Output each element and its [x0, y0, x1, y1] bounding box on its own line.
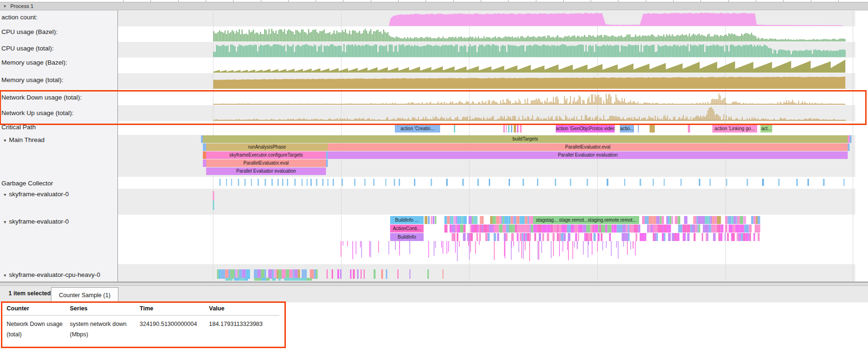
slice-rect[interactable]: [261, 269, 265, 279]
slice-rect[interactable]: [684, 233, 686, 241]
slice-rect[interactable]: [543, 225, 547, 233]
slice-dropline[interactable]: [447, 241, 448, 254]
slice-rect[interactable]: [460, 225, 463, 233]
slice-rect[interactable]: [690, 225, 692, 233]
slice-rect[interactable]: [305, 269, 307, 279]
slice-rect[interactable]: [638, 225, 640, 233]
slice-rect[interactable]: [658, 225, 662, 233]
gc-tick[interactable]: [537, 179, 538, 186]
slice-rect[interactable]: [713, 233, 716, 241]
counter-series-mem-bazel[interactable]: [213, 59, 845, 73]
collapse-triangle-icon[interactable]: ▾: [4, 138, 6, 143]
gc-tick[interactable]: [570, 179, 571, 186]
slice-rect[interactable]: [457, 216, 459, 224]
slice-dropline[interactable]: [455, 241, 456, 253]
gc-tick[interactable]: [640, 179, 641, 186]
slice-rect[interactable]: [542, 225, 543, 233]
slice-dropline[interactable]: [347, 241, 348, 246]
slice-rect[interactable]: [229, 278, 231, 281]
counter-series-mem-total[interactable]: [213, 76, 845, 89]
gc-tick[interactable]: [555, 179, 556, 186]
slice-rect[interactable]: [519, 216, 521, 224]
slice-rect[interactable]: [254, 278, 259, 281]
slice-rect[interactable]: [450, 216, 451, 224]
slice-rect[interactable]: [444, 225, 448, 233]
slice-rect[interactable]: [709, 216, 710, 224]
gc-tick[interactable]: [219, 179, 221, 186]
slice-rect[interactable]: [675, 233, 677, 241]
slice-rect[interactable]: [303, 278, 307, 281]
slice-rect[interactable]: [707, 233, 709, 241]
slice-rect[interactable]: [298, 269, 300, 279]
gc-tick[interactable]: [477, 179, 479, 186]
gc-tick[interactable]: [394, 179, 395, 186]
slice-rect[interactable]: [294, 269, 298, 279]
slice-rect[interactable]: [499, 225, 503, 233]
slice-rect[interactable]: [452, 225, 455, 233]
slice-rect[interactable]: [521, 216, 525, 224]
slice-rect[interactable]: [651, 225, 652, 233]
slice-rect[interactable]: [225, 269, 227, 279]
slice-rect[interactable]: [712, 216, 714, 224]
slice-rect[interactable]: [717, 225, 718, 233]
slice-rect[interactable]: [471, 225, 474, 233]
slice-rect[interactable]: [477, 225, 479, 233]
slice-rect[interactable]: [310, 269, 314, 279]
slice-dropline[interactable]: [562, 241, 563, 251]
slice-rect[interactable]: [525, 225, 529, 233]
slice-rect[interactable]: [527, 233, 530, 241]
slice-dropline[interactable]: [606, 241, 607, 248]
gc-tick[interactable]: [307, 179, 308, 186]
slice-rect[interactable]: [702, 233, 703, 241]
gc-tick[interactable]: [778, 179, 780, 186]
counter-series-cpu-total[interactable]: [213, 44, 845, 57]
gc-tick[interactable]: [265, 179, 266, 186]
gc-tick[interactable]: [271, 179, 273, 186]
slice-rect[interactable]: [259, 278, 261, 281]
slice-rect[interactable]: [591, 233, 593, 241]
slice-dropline[interactable]: [597, 241, 598, 251]
slice-rect[interactable]: [230, 269, 234, 279]
collapse-triangle-icon[interactable]: ▾: [4, 192, 6, 197]
slice-rect[interactable]: [717, 216, 721, 224]
slice-rect[interactable]: [228, 269, 230, 279]
slice-rect[interactable]: [664, 225, 667, 233]
slice-rect[interactable]: [646, 216, 649, 224]
slice-dropline[interactable]: [395, 241, 396, 250]
slice-rect[interactable]: [654, 233, 657, 241]
slice-rect[interactable]: [447, 216, 450, 224]
slice-rect[interactable]: [626, 225, 628, 233]
slice-rect[interactable]: [697, 225, 699, 233]
process-header[interactable]: ▾ Process 1: [0, 2, 868, 10]
slice-rect[interactable]: [695, 225, 697, 233]
slice-rect[interactable]: [750, 233, 751, 241]
slice-rect[interactable]: [266, 278, 270, 281]
slice-rect[interactable]: [456, 216, 457, 224]
slice-dropline[interactable]: [389, 241, 390, 254]
trace-chart[interactable]: [118, 11, 855, 282]
slice-rect[interactable]: [649, 216, 652, 224]
slice-rect[interactable]: [662, 225, 664, 233]
slice-rect[interactable]: [584, 233, 585, 241]
slice-rect[interactable]: [743, 216, 746, 224]
slice-rect[interactable]: [748, 233, 750, 241]
slice-rect[interactable]: [662, 216, 664, 224]
slice-rect[interactable]: [578, 225, 583, 233]
slice-rect[interactable]: [704, 225, 709, 233]
slice-dropline[interactable]: [551, 241, 552, 258]
slice-rect[interactable]: [607, 225, 611, 233]
slice-rect[interactable]: [715, 225, 717, 233]
slice-rect[interactable]: [282, 269, 286, 279]
slice-rect[interactable]: [557, 225, 559, 233]
slice-rect[interactable]: [743, 233, 745, 241]
slice-dropline[interactable]: [369, 241, 370, 257]
gc-tick[interactable]: [287, 179, 288, 186]
slice-rect[interactable]: [758, 225, 760, 233]
slice-rect[interactable]: [642, 216, 645, 224]
slice-rect[interactable]: [627, 225, 629, 233]
slice-dropline[interactable]: [459, 241, 460, 247]
slice-rect[interactable]: [239, 269, 242, 279]
slice-rect[interactable]: [578, 233, 579, 241]
slice-dropline[interactable]: [559, 241, 560, 256]
gc-tick[interactable]: [607, 179, 608, 186]
